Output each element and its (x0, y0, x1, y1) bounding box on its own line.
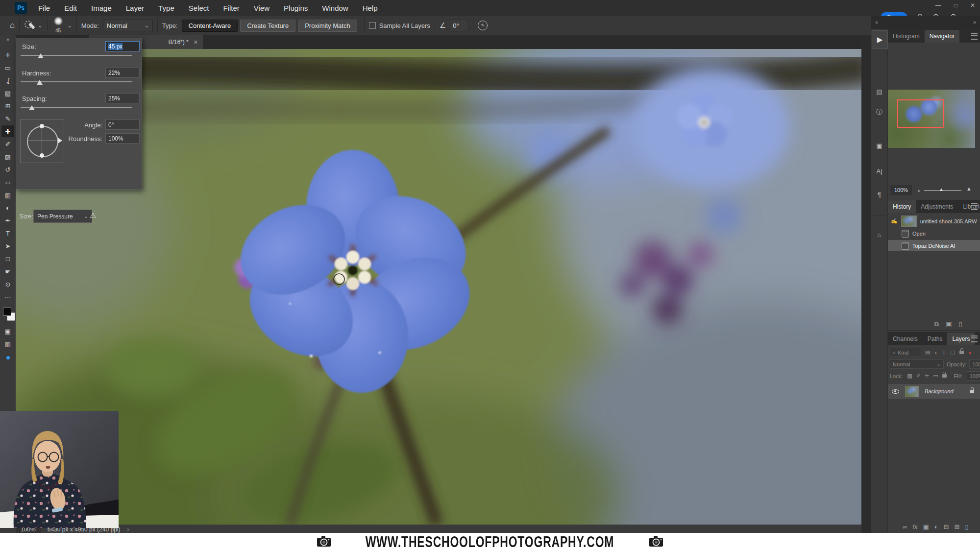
spot-healing-brush-tool[interactable]: ✚ (1, 125, 14, 137)
new-group-icon[interactable]: ⊟ (944, 523, 949, 530)
zoom-out-icon[interactable]: ▴ (918, 188, 920, 192)
collapse-panels-right-icon[interactable]: » (973, 19, 976, 25)
move-tool[interactable]: ✛ (1, 49, 14, 61)
spacing-input[interactable]: 25% (105, 93, 140, 103)
history-item[interactable]: Open (888, 228, 980, 239)
close-button[interactable]: ✕ (970, 2, 975, 9)
status-chevron-icon[interactable]: › (127, 526, 129, 533)
menu-edit[interactable]: Edit (64, 4, 77, 12)
menu-type[interactable]: Type (158, 4, 174, 12)
brush-tool[interactable]: ✐ (1, 138, 14, 150)
history-brush-icon[interactable]: ✍ (891, 218, 898, 224)
navigator-zoom-value[interactable]: 100% (890, 185, 912, 195)
history-brush-tool[interactable]: ↺ (1, 164, 14, 175)
layer-visibility-eye-icon[interactable] (892, 389, 899, 394)
opacity-input[interactable]: 100% (969, 359, 980, 369)
size-input[interactable]: 45 px (105, 41, 140, 51)
navigator-proxy-rect[interactable] (897, 99, 944, 128)
zoom-in-icon[interactable]: ▲ (966, 186, 972, 192)
panel-menu-icon[interactable] (971, 203, 978, 210)
panel-menu-icon[interactable] (971, 335, 978, 342)
hand-tool[interactable]: ☛ (1, 265, 14, 277)
actions-play-icon[interactable]: ▶ (872, 30, 888, 49)
eraser-tool[interactable]: ▱ (1, 176, 14, 188)
spot-healing-brush-icon[interactable] (24, 20, 35, 31)
eyedropper-tool[interactable]: ✎ (1, 113, 14, 124)
brush-preview[interactable]: 45 (52, 17, 65, 34)
new-snapshot-camera-icon[interactable]: ▣ (946, 320, 952, 328)
paragraph-panel-icon[interactable]: ¶ (871, 191, 887, 198)
menu-layer[interactable]: Layer (126, 4, 145, 12)
dodge-tool[interactable]: ◐ (1, 202, 14, 214)
lock-all-icon[interactable] (942, 374, 947, 378)
gradient-tool[interactable]: ▥ (1, 189, 14, 201)
character-panel-icon[interactable]: A| (871, 168, 887, 175)
toolbar-expand-icon[interactable]: » (0, 37, 16, 42)
navigator-tab-histogram[interactable]: Histogram (888, 30, 925, 43)
background-layer-row[interactable]: Background (888, 384, 980, 399)
lock-transparency-icon[interactable]: ▩ (907, 373, 912, 379)
navigator-thumbnail[interactable] (888, 90, 975, 148)
more-tools[interactable]: ⋯ (1, 291, 14, 303)
new-document-from-state-icon[interactable]: ⧉ (934, 320, 939, 328)
type-button-create-texture[interactable]: Create Texture (240, 20, 295, 32)
pen-pressure-toggle-icon[interactable]: ✎ (478, 21, 488, 30)
lock-position-icon[interactable]: ✛ (925, 373, 929, 379)
type-button-proximity-match[interactable]: Proximity Match (298, 20, 357, 32)
tool-preset-chevron-icon[interactable]: ⌄ (38, 23, 42, 29)
angle-arrow-icon[interactable] (58, 138, 62, 144)
document-close-icon[interactable]: ✕ (194, 39, 198, 46)
delete-state-trash-icon[interactable]: ▯ (959, 320, 962, 328)
zoom-tool[interactable]: ⊙ (1, 278, 14, 290)
roundness-input[interactable]: 100% (105, 133, 140, 144)
filter-pixel-layers-icon[interactable]: ▤ (925, 349, 930, 356)
layer-name[interactable]: Background (925, 388, 970, 394)
menu-select[interactable]: Select (189, 4, 209, 12)
actions-panel-icon[interactable]: ▤ (871, 88, 887, 96)
history-item[interactable]: Topaz DeNoise AI (888, 240, 980, 251)
menu-image[interactable]: Image (91, 4, 112, 12)
menu-plugins[interactable]: Plugins (284, 4, 308, 12)
pen-pressure-select[interactable]: Pen Pressure ⌄ (33, 210, 92, 223)
blend-mode-select[interactable]: Normal⌄ (890, 359, 944, 369)
layer-thumbnail[interactable] (905, 386, 919, 397)
hardness-input[interactable]: 22% (105, 68, 140, 78)
info-panel-icon[interactable]: ⓘ (871, 108, 887, 117)
filter-smart-objects-icon[interactable] (959, 351, 964, 354)
lock-pixels-icon[interactable]: ✐ (916, 373, 921, 379)
maximize-button[interactable]: □ (954, 2, 957, 9)
sample-all-layers-checkbox[interactable] (369, 22, 376, 29)
hardness-slider-handle[interactable] (37, 80, 43, 85)
type-button-content-aware[interactable]: Content-Aware (182, 20, 238, 32)
clone-stamp-tool[interactable]: ▨ (1, 151, 14, 163)
home-icon[interactable]: ⌂ (10, 21, 15, 30)
type-tool[interactable]: T (1, 227, 14, 239)
foreground-color-swatch[interactable] (3, 308, 11, 316)
screen-mode-icon[interactable]: ▦ (1, 338, 14, 350)
shape-tool[interactable]: □ (1, 253, 14, 264)
canvas-image[interactable] (16, 49, 861, 525)
layers-tab-paths[interactable]: Paths (923, 333, 948, 345)
quick-mask-mode-icon[interactable]: ▣ (1, 325, 14, 337)
fill-input[interactable]: 100% (967, 371, 980, 381)
adjustment-layer-icon[interactable]: ◐ (934, 523, 938, 530)
layer-mask-icon[interactable]: ▣ (923, 523, 929, 530)
lasso-tool[interactable]: ʆ (1, 74, 14, 86)
menu-view[interactable]: View (254, 4, 270, 12)
menu-file[interactable]: File (38, 4, 50, 12)
menu-filter[interactable]: Filter (223, 4, 240, 12)
angle-dot-top[interactable] (40, 124, 44, 128)
marquee-tool[interactable]: ▭ (1, 62, 14, 73)
spacing-slider-handle[interactable] (29, 105, 35, 110)
lock-artboard-icon[interactable]: ▭ (933, 373, 938, 379)
layers-tab-channels[interactable]: Channels (888, 333, 923, 345)
menu-help[interactable]: Help (363, 4, 378, 12)
brush-angle-widget[interactable] (20, 119, 64, 163)
filter-toggle-icon[interactable]: ● (968, 350, 972, 356)
angle-input[interactable]: 0° (105, 120, 140, 130)
navigator-tab-navigator[interactable]: Navigator (925, 30, 959, 43)
new-layer-icon[interactable]: ⊞ (954, 523, 959, 530)
filter-shape-layers-icon[interactable]: ▢ (950, 349, 955, 356)
link-layers-icon[interactable]: ∞ (903, 523, 907, 530)
angle-dot-bottom[interactable] (40, 153, 44, 158)
